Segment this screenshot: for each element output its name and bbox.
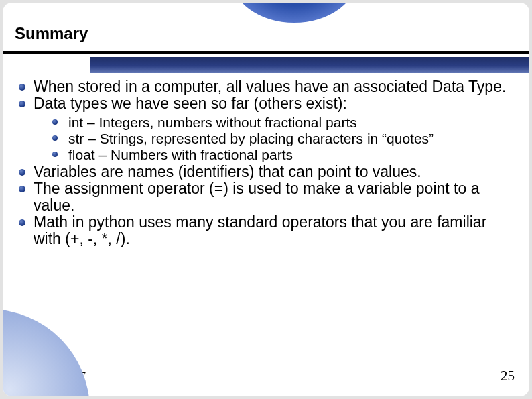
sub-bullet-item: str – Strings, represented by placing ch… (15, 131, 517, 147)
bullet-item: Data types we have seen so far (others e… (15, 95, 517, 112)
sub-bullet-item: float – Numbers with fractional parts (15, 147, 517, 163)
sub-bullet-group: int – Integers, numbers without fraction… (15, 115, 517, 163)
footer-page-number: 25 (501, 367, 515, 384)
title-underline (3, 51, 529, 54)
bullet-item: When stored in a computer, all values ha… (15, 78, 517, 95)
decorative-top-arc (230, 3, 358, 23)
bullet-item: Variables are names (identifiers) that c… (15, 164, 517, 180)
decorative-band (90, 57, 529, 73)
bullet-item: The assignment operator (=) is used to m… (15, 180, 517, 214)
content-area: When stored in a computer, all values ha… (15, 78, 517, 247)
bullet-item: Math in python uses many standard operat… (15, 214, 517, 247)
decorative-bottom-arc (3, 309, 90, 396)
slide: Summary When stored in a computer, all v… (3, 3, 529, 396)
sub-bullet-item: int – Integers, numbers without fraction… (15, 115, 517, 131)
slide-title: Summary (15, 24, 88, 43)
